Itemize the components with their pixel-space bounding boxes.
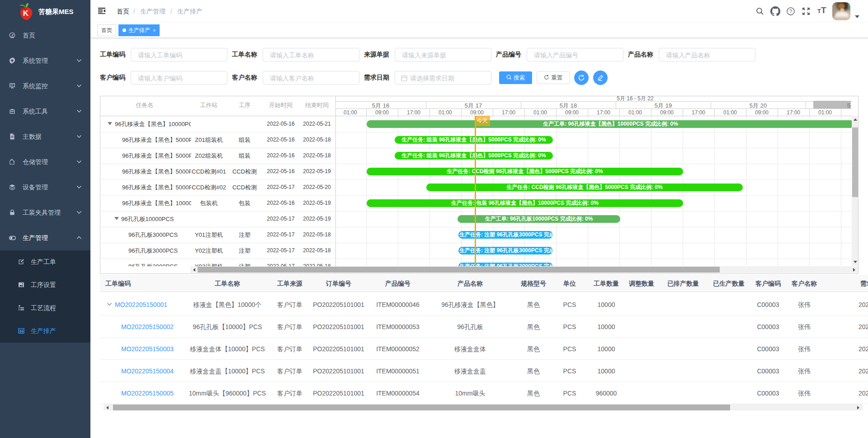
svg-text:K: K	[23, 9, 29, 18]
svg-text:?: ?	[789, 9, 792, 14]
